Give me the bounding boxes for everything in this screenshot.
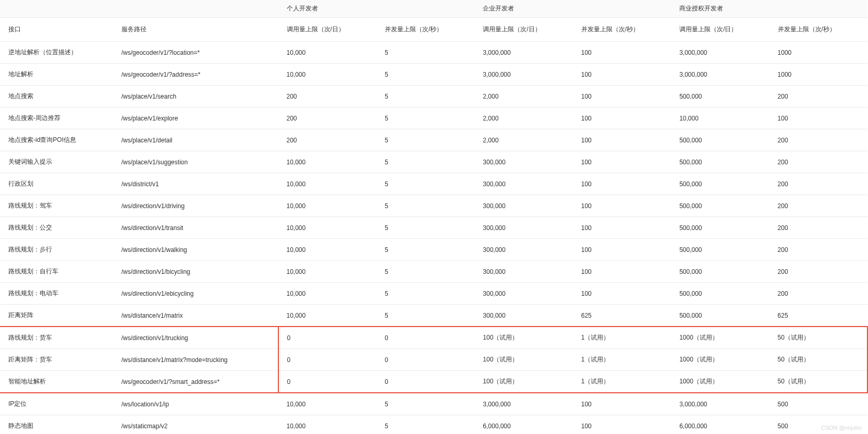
cell-enterprise-call: 6,000,000 bbox=[474, 415, 572, 435]
cell-enterprise-call: 100（试用） bbox=[474, 349, 572, 371]
cell-commercial-call: 500,000 bbox=[671, 239, 769, 261]
cell-path: /ws/geocoder/v1/?location=* bbox=[113, 42, 278, 64]
cell-enterprise-con: 100 bbox=[573, 173, 671, 195]
cell-personal-call: 200 bbox=[278, 86, 376, 107]
cell-personal-con: 0 bbox=[376, 349, 474, 371]
cell-api: 路线规划：电动车 bbox=[0, 283, 113, 305]
cell-api: 路线规划：自行车 bbox=[0, 261, 113, 283]
cell-personal-call: 10,000 bbox=[278, 195, 376, 217]
cell-commercial-con: 50（试用） bbox=[769, 349, 867, 371]
cell-path: /ws/staticmap/v2 bbox=[113, 415, 278, 435]
cell-api: 逆地址解析（位置描述） bbox=[0, 42, 113, 64]
cell-personal-con: 5 bbox=[376, 173, 474, 195]
cell-enterprise-con: 100 bbox=[573, 151, 671, 173]
cell-path: /ws/direction/v1/walking bbox=[113, 239, 278, 261]
header-commercial-call: 调用量上限（次/日） bbox=[671, 18, 769, 42]
cell-commercial-call: 3,000,000 bbox=[671, 393, 769, 415]
header-group-row: 个人开发者 企业开发者 商业授权开发者 bbox=[0, 0, 867, 18]
cell-commercial-con: 200 bbox=[769, 86, 867, 107]
cell-personal-call: 10,000 bbox=[278, 64, 376, 86]
cell-path: /ws/district/v1 bbox=[113, 173, 278, 195]
cell-personal-call: 10,000 bbox=[278, 393, 376, 415]
cell-api: 距离矩阵 bbox=[0, 305, 113, 327]
header-commercial-con: 并发量上限（次/秒） bbox=[769, 18, 867, 42]
header-personal-con: 并发量上限（次/秒） bbox=[376, 18, 474, 42]
table-row: 关键词输入提示/ws/place/v1/suggestion10,0005300… bbox=[0, 151, 867, 173]
cell-enterprise-con: 100 bbox=[573, 107, 671, 129]
cell-path: /ws/direction/v1/trucking bbox=[113, 327, 278, 349]
cell-path: /ws/geocoder/v1/?address=* bbox=[113, 64, 278, 86]
cell-path: /ws/direction/v1/ebicycling bbox=[113, 283, 278, 305]
cell-enterprise-call: 3,000,000 bbox=[474, 393, 572, 415]
cell-personal-call: 10,000 bbox=[278, 305, 376, 327]
cell-commercial-con: 1000 bbox=[769, 42, 867, 64]
cell-personal-call: 200 bbox=[278, 129, 376, 151]
cell-enterprise-call: 2,000 bbox=[474, 129, 572, 151]
cell-enterprise-con: 100 bbox=[573, 261, 671, 283]
cell-commercial-con: 50（试用） bbox=[769, 371, 867, 393]
cell-enterprise-call: 300,000 bbox=[474, 217, 572, 239]
cell-path: /ws/direction/v1/driving bbox=[113, 195, 278, 217]
cell-commercial-call: 500,000 bbox=[671, 261, 769, 283]
cell-commercial-call: 1000（试用） bbox=[671, 327, 769, 349]
cell-api: 行政区划 bbox=[0, 173, 113, 195]
cell-commercial-con: 200 bbox=[769, 239, 867, 261]
cell-commercial-call: 500,000 bbox=[671, 217, 769, 239]
cell-personal-call: 10,000 bbox=[278, 283, 376, 305]
cell-enterprise-call: 100（试用） bbox=[474, 327, 572, 349]
header-enterprise-call: 调用量上限（次/日） bbox=[474, 18, 572, 42]
cell-api: 智能地址解析 bbox=[0, 371, 113, 393]
cell-personal-call: 10,000 bbox=[278, 151, 376, 173]
cell-api: 路线规划：驾车 bbox=[0, 195, 113, 217]
cell-enterprise-con: 100 bbox=[573, 283, 671, 305]
table-row: 路线规划：自行车/ws/direction/v1/bicycling10,000… bbox=[0, 261, 867, 283]
header-group-commercial: 商业授权开发者 bbox=[671, 0, 867, 18]
cell-enterprise-con: 1（试用） bbox=[573, 371, 671, 393]
cell-personal-con: 0 bbox=[376, 327, 474, 349]
cell-commercial-call: 3,000,000 bbox=[671, 42, 769, 64]
cell-personal-con: 5 bbox=[376, 283, 474, 305]
table-row: 行政区划/ws/district/v110,0005300,000100500,… bbox=[0, 173, 867, 195]
header-columns-row: 接口 服务路径 调用量上限（次/日） 并发量上限（次/秒） 调用量上限（次/日）… bbox=[0, 18, 867, 42]
cell-path: /ws/location/v1/ip bbox=[113, 393, 278, 415]
cell-api: 距离矩阵：货车 bbox=[0, 349, 113, 371]
cell-commercial-con: 200 bbox=[769, 195, 867, 217]
cell-personal-call: 0 bbox=[278, 371, 376, 393]
table-row: IP定位/ws/location/v1/ip10,00053,000,00010… bbox=[0, 393, 867, 415]
cell-personal-con: 5 bbox=[376, 64, 474, 86]
cell-enterprise-call: 3,000,000 bbox=[474, 42, 572, 64]
cell-personal-con: 5 bbox=[376, 129, 474, 151]
cell-commercial-con: 200 bbox=[769, 151, 867, 173]
cell-personal-call: 0 bbox=[278, 349, 376, 371]
cell-personal-call: 10,000 bbox=[278, 217, 376, 239]
table-row: 距离矩阵：货车/ws/distance/v1/matrix?mode=truck… bbox=[0, 349, 867, 371]
cell-enterprise-call: 300,000 bbox=[474, 195, 572, 217]
header-personal-call: 调用量上限（次/日） bbox=[278, 18, 376, 42]
cell-personal-call: 10,000 bbox=[278, 415, 376, 435]
cell-commercial-call: 1000（试用） bbox=[671, 349, 769, 371]
cell-enterprise-con: 100 bbox=[573, 64, 671, 86]
cell-enterprise-call: 300,000 bbox=[474, 173, 572, 195]
cell-enterprise-call: 100（试用） bbox=[474, 371, 572, 393]
cell-enterprise-con: 100 bbox=[573, 42, 671, 64]
cell-commercial-con: 1000 bbox=[769, 64, 867, 86]
cell-api: 关键词输入提示 bbox=[0, 151, 113, 173]
cell-enterprise-con: 100 bbox=[573, 393, 671, 415]
cell-personal-call: 10,000 bbox=[278, 261, 376, 283]
table-row: 智能地址解析/ws/geocoder/v1/?smart_address=*00… bbox=[0, 371, 867, 393]
cell-commercial-call: 6,000,000 bbox=[671, 415, 769, 435]
cell-path: /ws/distance/v1/matrix?mode=trucking bbox=[113, 349, 278, 371]
cell-commercial-con: 500 bbox=[769, 393, 867, 415]
cell-api: IP定位 bbox=[0, 393, 113, 415]
cell-enterprise-call: 3,000,000 bbox=[474, 64, 572, 86]
cell-commercial-con: 200 bbox=[769, 173, 867, 195]
header-api: 接口 bbox=[0, 18, 113, 42]
cell-api: 地点搜索-周边推荐 bbox=[0, 107, 113, 129]
cell-enterprise-con: 100 bbox=[573, 415, 671, 435]
cell-enterprise-con: 100 bbox=[573, 86, 671, 107]
cell-enterprise-con: 100 bbox=[573, 129, 671, 151]
cell-enterprise-call: 300,000 bbox=[474, 261, 572, 283]
cell-enterprise-call: 300,000 bbox=[474, 151, 572, 173]
cell-personal-call: 0 bbox=[278, 327, 376, 349]
cell-personal-con: 5 bbox=[376, 151, 474, 173]
